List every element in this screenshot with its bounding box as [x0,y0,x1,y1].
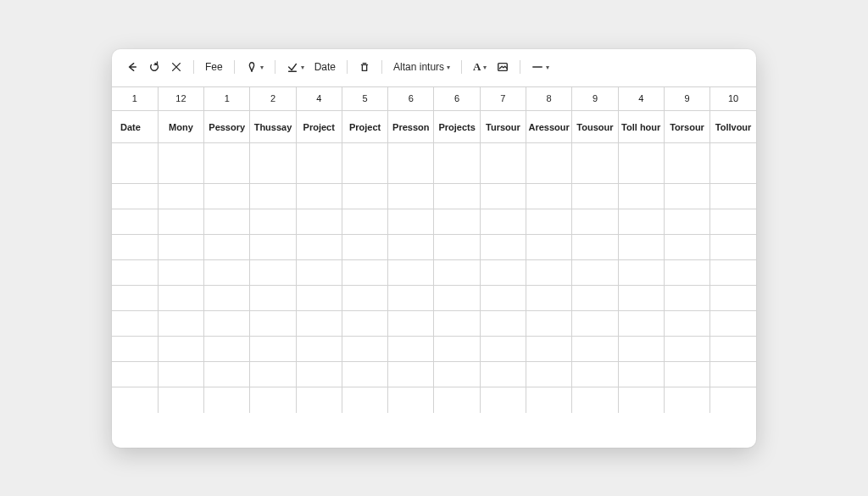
cell[interactable] [342,235,387,260]
cell[interactable] [388,260,434,286]
cell[interactable] [342,260,387,286]
column-label-cell[interactable]: Date [112,111,158,143]
column-label-cell[interactable]: Pessory [204,111,250,143]
cell[interactable] [250,286,296,311]
cell[interactable] [250,362,296,387]
column-number-cell[interactable]: 1 [112,87,158,111]
cell[interactable] [388,184,434,209]
cell[interactable] [388,286,434,311]
cell[interactable] [296,184,342,209]
cell[interactable] [526,260,572,286]
cell[interactable] [296,387,342,413]
cell[interactable] [526,209,572,235]
cell[interactable] [388,337,434,362]
column-label-cell[interactable]: Presson [388,111,434,143]
cell[interactable] [664,362,709,387]
cell[interactable] [388,235,434,260]
cell[interactable] [158,260,203,286]
cell[interactable] [434,337,480,362]
column-number-cell[interactable]: 12 [158,87,203,111]
cell[interactable] [112,209,158,235]
cell[interactable] [342,143,387,184]
check-button[interactable]: ▾ [284,59,307,75]
align-dropdown[interactable]: Altan inturs ▾ [391,60,453,74]
cell[interactable] [158,387,203,413]
cell[interactable] [572,362,618,387]
date-button[interactable]: Date [312,60,338,74]
cell[interactable] [112,387,158,413]
cell[interactable] [296,143,342,184]
cell[interactable] [342,362,387,387]
column-number-cell[interactable]: 4 [296,87,342,111]
cell[interactable] [710,311,756,337]
cell[interactable] [204,184,250,209]
cell[interactable] [710,184,756,209]
column-number-cell[interactable]: 4 [618,87,664,111]
fee-button[interactable]: Fee [203,60,225,74]
cell[interactable] [434,260,480,286]
close-button[interactable] [168,59,185,75]
column-label-cell[interactable]: Mony [158,111,203,143]
column-number-cell[interactable]: 2 [250,87,296,111]
cell[interactable] [618,286,664,311]
cell[interactable] [480,235,526,260]
cell[interactable] [434,209,480,235]
column-number-cell[interactable]: 5 [342,87,387,111]
cell[interactable] [664,209,709,235]
cell[interactable] [296,337,342,362]
cell[interactable] [526,235,572,260]
column-label-cell[interactable]: Project [342,111,387,143]
cell[interactable] [112,143,158,184]
cell[interactable] [618,387,664,413]
cell[interactable] [480,143,526,184]
cell[interactable] [572,235,618,260]
cell[interactable] [296,235,342,260]
cell[interactable] [710,337,756,362]
cell[interactable] [572,337,618,362]
filter-button[interactable]: ▾ [243,59,266,75]
cell[interactable] [618,184,664,209]
cell[interactable] [618,362,664,387]
column-number-cell[interactable]: 6 [388,87,434,111]
cell[interactable] [664,311,709,337]
image-button[interactable] [494,59,511,75]
cell[interactable] [342,184,387,209]
cell[interactable] [572,143,618,184]
cell[interactable] [710,387,756,413]
cell[interactable] [342,286,387,311]
cell[interactable] [434,235,480,260]
cell[interactable] [296,286,342,311]
column-number-cell[interactable]: 6 [434,87,480,111]
cell[interactable] [434,184,480,209]
column-label-cell[interactable]: Torsour [664,111,709,143]
cell[interactable] [480,362,526,387]
cell[interactable] [158,184,203,209]
cell[interactable] [480,260,526,286]
cell[interactable] [112,260,158,286]
cell[interactable] [710,235,756,260]
cell[interactable] [480,184,526,209]
cell[interactable] [618,260,664,286]
cell[interactable] [664,286,709,311]
cell[interactable] [710,260,756,286]
column-label-cell[interactable]: Aressour [526,111,572,143]
cell[interactable] [204,260,250,286]
column-number-cell[interactable]: 1 [204,87,250,111]
cell[interactable] [204,143,250,184]
cell[interactable] [526,387,572,413]
cell[interactable] [296,209,342,235]
cell[interactable] [664,143,709,184]
column-label-cell[interactable]: Tursour [480,111,526,143]
cell[interactable] [296,362,342,387]
column-label-cell[interactable]: Tollvour [710,111,756,143]
cell[interactable] [572,311,618,337]
cell[interactable] [572,260,618,286]
cell[interactable] [664,260,709,286]
cell[interactable] [618,311,664,337]
cell[interactable] [526,286,572,311]
cell[interactable] [618,143,664,184]
cell[interactable] [250,235,296,260]
cell[interactable] [158,235,203,260]
cell[interactable] [342,311,387,337]
cell[interactable] [434,286,480,311]
